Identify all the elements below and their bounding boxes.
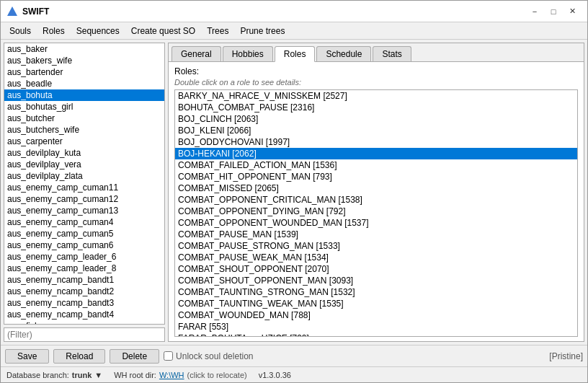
soul-item[interactable]: aus_devilplay_zlata [4,170,164,182]
wh-value[interactable]: W:\WH [159,371,184,379]
tab-general[interactable]: General [172,46,221,61]
wh-hint: (click to relocate) [187,371,247,379]
role-item[interactable]: FARAR_BOHUTA___UZICE [799] [175,333,577,337]
soul-item[interactable]: aus_enemy_camp_leader_8 [4,263,164,274]
soul-item[interactable]: aus_fisherman [4,320,164,325]
soul-item[interactable]: aus_enemy_camp_leader_6 [4,251,164,263]
role-item[interactable]: COMBAT_PAUSE_STRONG_MAN [1533] [175,240,577,252]
unlock-label: Unlock soul deletion [164,351,253,361]
right-panel: GeneralHobbiesRolesScheduleStats Roles: … [168,43,584,342]
wh-label: WH root dir: [114,371,156,379]
bottom-bar: Save Reload Delete Unlock soul deletion … [1,345,587,366]
soul-item[interactable]: aus_carpenter [4,136,164,147]
soul-item[interactable]: aus_bartender [4,66,164,78]
soul-item[interactable]: aus_enemy_camp_cuman11 [4,182,164,193]
soul-item[interactable]: aus_butchers_wife [4,124,164,136]
close-button[interactable]: ✕ [563,4,582,19]
role-item[interactable]: COMBAT_OPPONENT_DYING_MAN [792] [175,206,577,217]
roles-label: Roles: [174,66,578,76]
role-item[interactable]: FARAR [553] [175,321,577,333]
role-item[interactable]: COMBAT_FAILED_ACTION_MAN [1536] [175,159,577,171]
title-bar: SWIFT − □ ✕ [1,1,587,22]
role-item[interactable]: BOJ-HEKANI [2062] [175,148,577,159]
branch-status: Database branch: trunk ▼ [6,371,102,379]
role-item[interactable]: COMBAT_MISSED [2065] [175,182,577,194]
maximize-button[interactable]: □ [544,4,563,19]
tabs-container: GeneralHobbiesRolesScheduleStats [169,43,584,62]
soul-item[interactable]: aus_enemy_camp_cuman5 [4,228,164,239]
role-item[interactable]: COMBAT_SHOUT_OPPONENT [2070] [175,263,577,275]
wh-status: WH root dir: W:\WH (click to relocate) [114,371,246,379]
role-item[interactable]: BOHUTA_COMBAT_PAUSE [2316] [175,102,577,113]
delete-button[interactable]: Delete [110,349,159,364]
soul-item[interactable]: aus_enemy_ncamp_bandt3 [4,297,164,309]
window-controls: − □ ✕ [525,4,582,19]
soul-item[interactable]: aus_enemy_camp_cuman12 [4,193,164,205]
soul-item[interactable]: aus_enemy_camp_cuman6 [4,239,164,251]
role-item[interactable]: BOJ_ODDYCHOVANI [1997] [175,136,577,148]
tab-hobbies[interactable]: Hobbies [223,46,273,61]
souls-list[interactable]: aus_bakeraus_bakers_wifeaus_bartenderaus… [4,43,165,325]
soul-item[interactable]: aus_bakers_wife [4,55,164,66]
branch-label: Database branch: [6,371,69,379]
tab-schedule[interactable]: Schedule [316,46,371,61]
app-icon [6,6,18,17]
status-bar: Database branch: trunk ▼ WH root dir: W:… [1,366,587,382]
menu-bar: Souls Roles Sequences Create quest SO Tr… [1,22,587,40]
soul-item[interactable]: aus_beadle [4,78,164,89]
roles-list[interactable]: BARKY_NA_HRACE_V_MNISSKЕМ [2527]BOHUTA_C… [174,89,578,337]
soul-item[interactable]: aus_enemy_ncamp_bandt2 [4,286,164,297]
role-item[interactable]: BOJ_KLENI [2066] [175,125,577,136]
role-item[interactable]: COMBAT_TAUNTING_STRONG_MAN [1532] [175,286,577,298]
role-item[interactable]: COMBAT_HIT_OPPONENT_MAN [793] [175,171,577,182]
role-item[interactable]: COMBAT_PAUSE_MAN [1539] [175,229,577,240]
soul-item[interactable]: aus_enemy_camp_cuman4 [4,216,164,228]
left-panel: aus_bakeraus_bakers_wifeaus_bartenderaus… [4,43,165,342]
role-item[interactable]: BOJ_CLINCH [2063] [175,113,577,125]
save-button[interactable]: Save [5,349,49,364]
branch-value: trunk [72,371,92,379]
role-item[interactable]: COMBAT_PAUSE_WEAK_MAN [1534] [175,252,577,263]
minimize-button[interactable]: − [525,4,544,19]
menu-prune-trees[interactable]: Prune trees [234,25,290,38]
soul-item[interactable]: aus_bohuta [4,89,164,101]
soul-item[interactable]: aus_baker [4,43,164,55]
soul-item[interactable]: aus_devilplay_vera [4,159,164,170]
menu-souls[interactable]: Souls [4,25,37,38]
tab-roles[interactable]: Roles [275,46,316,62]
svg-marker-0 [7,6,17,16]
menu-create-quest-so[interactable]: Create quest SO [125,25,201,38]
unlock-checkbox[interactable] [164,351,173,361]
soul-item[interactable]: aus_devilplay_kuta [4,147,164,159]
title-bar-text: SWIFT [22,6,525,17]
soul-item[interactable]: aus_butcher [4,113,164,124]
pristine-label: [Pristine] [549,351,583,361]
branch-arrow-icon[interactable]: ▼ [94,371,102,379]
main-window: SWIFT − □ ✕ Souls Roles Sequences Create… [0,0,588,383]
soul-item[interactable]: aus_enemy_camp_cuman13 [4,205,164,216]
role-item[interactable]: COMBAT_TAUNTING_WEAK_MAN [1535] [175,298,577,309]
role-item[interactable]: COMBAT_OPPONENT_CRITICAL_MAN [1538] [175,194,577,206]
main-content: aus_bakeraus_bakers_wifeaus_bartenderaus… [1,40,587,345]
role-item[interactable]: COMBAT_OPPONENT_WOUNDED_MAN [1537] [175,217,577,229]
soul-item[interactable]: aus_enemy_ncamp_bandt1 [4,274,164,286]
role-item[interactable]: COMBAT_WOUNDED_MAN [788] [175,309,577,321]
filter-input[interactable] [4,327,165,342]
soul-item[interactable]: aus_enemy_ncamp_bandt4 [4,309,164,320]
menu-roles[interactable]: Roles [37,25,71,38]
role-item[interactable]: COMBAT_SHOUT_OPPONENT_MAN [3093] [175,275,577,286]
tab-stats[interactable]: Stats [373,46,411,61]
menu-trees[interactable]: Trees [201,25,234,38]
version-label: v1.3.0.36 [259,371,291,379]
soul-item[interactable]: aus_bohutas_girl [4,101,164,113]
menu-sequences[interactable]: Sequences [71,25,125,38]
panel-content: Roles: Double click on a role to see det… [169,62,584,341]
hint-text: Double click on a role to see details: [174,78,578,87]
reload-button[interactable]: Reload [53,349,105,364]
role-item[interactable]: BARKY_NA_HRACE_V_MNISSKЕМ [2527] [175,90,577,102]
